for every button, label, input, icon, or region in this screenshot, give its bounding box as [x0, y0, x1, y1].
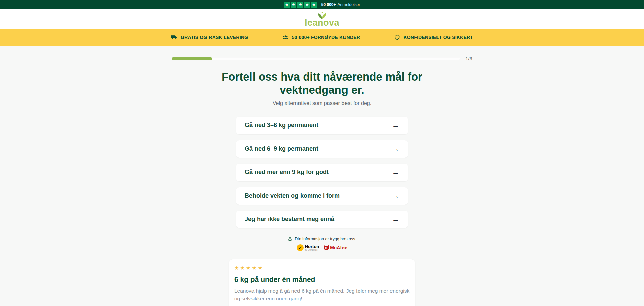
norton-badge: ✓ Norton by Symantec — [297, 244, 319, 251]
option-label: Beholde vekten og komme i form — [245, 192, 340, 199]
arrow-right-icon: → — [392, 122, 399, 129]
site-header: leanova — [0, 9, 644, 29]
trustpilot-star-icon: ★ — [291, 2, 296, 8]
mcafee-badge: M McAfee — [324, 245, 347, 250]
arrow-right-icon: → — [392, 145, 399, 153]
question-subtitle: Velg alternativet som passer best for de… — [0, 100, 644, 106]
quiz-main: 1/9 Fortell oss hva ditt nåværende mål f… — [0, 46, 644, 306]
option-maintain[interactable]: Beholde vekten og komme i form → — [236, 187, 408, 205]
logo[interactable]: leanova — [305, 11, 339, 28]
progress-fill — [172, 57, 212, 60]
lock-icon — [288, 237, 292, 241]
progress-step-label: 1/9 — [465, 56, 472, 61]
star-icon: ★ — [234, 265, 239, 271]
mcafee-name: McAfee — [330, 245, 347, 250]
benefit-free-shipping: GRATIS OG RASK LEVERING — [171, 34, 248, 41]
truck-icon — [171, 34, 178, 41]
star-icon: ★ — [240, 265, 244, 271]
benefit-happy-customers: 50 000+ FORNØYDE KUNDER — [282, 34, 360, 41]
arrow-right-icon: → — [392, 169, 399, 176]
option-label: Gå ned mer enn 9 kg for godt — [245, 169, 329, 176]
options-list: Gå ned 3–6 kg permanent → Gå ned 6–9 kg … — [236, 117, 408, 228]
trustpilot-star-icon: ★ — [284, 2, 290, 8]
benefit-label: 50 000+ FORNØYDE KUNDER — [292, 35, 360, 40]
option-lose-3-6[interactable]: Gå ned 3–6 kg permanent → — [236, 117, 408, 134]
trustpilot-star-icon: ★ — [304, 2, 310, 8]
heart-icon — [394, 34, 400, 41]
progress: 1/9 — [172, 56, 472, 61]
reviews-word: Anmeldelser — [338, 2, 360, 7]
trustpilot-star-icon: ★ — [297, 2, 303, 8]
norton-check-icon: ✓ — [297, 244, 304, 251]
option-label: Gå ned 6–9 kg permanent — [245, 145, 318, 152]
norton-name: Norton — [305, 244, 319, 249]
benefit-label: GRATIS OG RASK LEVERING — [181, 35, 248, 40]
page: ★ ★ ★ ★ ★ 50 000+ Anmeldelser leanova — [0, 0, 644, 306]
progress-track — [172, 57, 460, 60]
benefit-confidential: KONFIDENSIELT OG SIKKERT — [394, 34, 473, 41]
arrow-right-icon: → — [392, 216, 399, 223]
review-body: Leanova hjalp meg å gå ned 6 kg på én må… — [234, 287, 410, 302]
logo-text: leanova — [305, 18, 339, 28]
star-icon: ★ — [252, 265, 256, 271]
review-card: ★ ★ ★ ★ ★ 6 kg på under én måned Leanova… — [229, 259, 415, 306]
mcafee-shield-icon: M — [324, 245, 329, 250]
review-title: 6 kg på under én måned — [234, 275, 410, 284]
trustpilot-bar: ★ ★ ★ ★ ★ 50 000+ Anmeldelser — [0, 0, 644, 9]
trustpilot-star-icon: ★ — [311, 2, 317, 8]
reviews-count: 50 000+ — [321, 2, 336, 7]
security-badges: ✓ Norton by Symantec M McAfee — [0, 244, 644, 251]
option-label: Gå ned 3–6 kg permanent — [245, 122, 318, 129]
arrow-right-icon: → — [392, 192, 399, 200]
review-rating: ★ ★ ★ ★ ★ — [234, 265, 410, 271]
star-icon: ★ — [246, 265, 250, 271]
benefit-label: KONFIDENSIELT OG SIKKERT — [403, 35, 473, 40]
trustpilot-reviews-text: 50 000+ Anmeldelser — [321, 2, 360, 7]
option-lose-more-9[interactable]: Gå ned mer enn 9 kg for godt → — [236, 164, 408, 181]
trustpilot-rating: ★ ★ ★ ★ ★ — [284, 2, 317, 8]
privacy-note: Din informasjon er trygg hos oss. — [0, 237, 644, 241]
benefits-bar: GRATIS OG RASK LEVERING 50 000+ FORNØYDE… — [0, 29, 644, 46]
star-icon: ★ — [258, 265, 262, 271]
privacy-text: Din informasjon er trygg hos oss. — [295, 237, 356, 241]
users-icon — [282, 34, 289, 41]
option-label: Jeg har ikke bestemt meg ennå — [245, 216, 334, 223]
question-title: Fortell oss hva ditt nåværende mål for v… — [206, 70, 438, 97]
norton-subtext: by Symantec — [305, 249, 319, 251]
option-lose-6-9[interactable]: Gå ned 6–9 kg permanent → — [236, 140, 408, 158]
option-undecided[interactable]: Jeg har ikke bestemt meg ennå → — [236, 211, 408, 228]
